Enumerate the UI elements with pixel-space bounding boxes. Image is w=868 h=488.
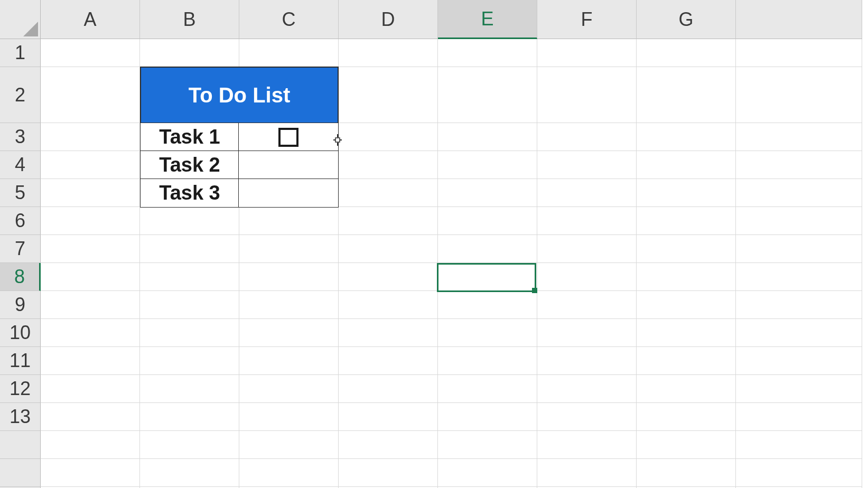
cell[interactable]	[438, 123, 537, 151]
cell[interactable]	[438, 291, 537, 319]
cell[interactable]	[537, 375, 637, 403]
cell[interactable]	[736, 291, 862, 319]
cell[interactable]	[140, 375, 239, 403]
cell[interactable]	[637, 403, 736, 431]
cell[interactable]	[637, 179, 736, 207]
cell[interactable]	[41, 347, 140, 375]
cell[interactable]	[537, 39, 637, 67]
cell[interactable]	[140, 39, 239, 67]
cell[interactable]	[239, 235, 339, 263]
cell[interactable]	[537, 235, 637, 263]
cell[interactable]	[637, 459, 736, 487]
cell[interactable]	[537, 67, 637, 123]
cell[interactable]	[41, 67, 140, 123]
cell[interactable]	[140, 263, 239, 291]
cell[interactable]	[438, 431, 537, 459]
row-header-11[interactable]: 11	[0, 347, 41, 375]
cell[interactable]	[438, 459, 537, 487]
row-header-14[interactable]	[0, 459, 41, 487]
cell[interactable]	[736, 235, 862, 263]
cell[interactable]	[239, 347, 339, 375]
column-header-A[interactable]: A	[41, 0, 140, 39]
cell[interactable]	[438, 207, 537, 235]
cell[interactable]	[140, 235, 239, 263]
cell[interactable]	[736, 375, 862, 403]
checkbox-cell-2[interactable]	[238, 151, 339, 180]
row-header-9[interactable]: 9	[0, 291, 41, 319]
row-header-7[interactable]: 7	[0, 235, 41, 263]
cell[interactable]	[339, 375, 438, 403]
cell[interactable]	[41, 151, 140, 179]
cell[interactable]	[438, 235, 537, 263]
cell[interactable]	[537, 431, 637, 459]
cell[interactable]	[140, 347, 239, 375]
cell[interactable]	[537, 207, 637, 235]
cell[interactable]	[239, 207, 339, 235]
cell[interactable]	[239, 291, 339, 319]
cell[interactable]	[339, 207, 438, 235]
cell[interactable]	[736, 123, 862, 151]
cell[interactable]	[140, 319, 239, 347]
row-header-1[interactable]: 1	[0, 39, 41, 67]
column-header-C[interactable]: C	[239, 0, 339, 39]
cell[interactable]	[637, 431, 736, 459]
cell[interactable]	[637, 263, 736, 291]
cell[interactable]	[537, 403, 637, 431]
cell[interactable]	[637, 67, 736, 123]
cell[interactable]	[140, 207, 239, 235]
task-cell-3[interactable]: Task 3	[140, 179, 239, 208]
cell[interactable]	[41, 235, 140, 263]
row-header-13[interactable]: 13	[0, 403, 41, 431]
column-header-F[interactable]: F	[537, 0, 637, 39]
cell[interactable]	[736, 207, 862, 235]
cell[interactable]	[736, 151, 862, 179]
cell[interactable]	[438, 179, 537, 207]
cell[interactable]	[438, 347, 537, 375]
cell[interactable]	[239, 319, 339, 347]
checkbox-cell-3[interactable]	[238, 179, 339, 208]
cell[interactable]	[339, 459, 438, 487]
cell[interactable]	[736, 431, 862, 459]
cell[interactable]	[736, 263, 862, 291]
cell[interactable]	[537, 319, 637, 347]
cell[interactable]	[438, 319, 537, 347]
cell[interactable]	[438, 403, 537, 431]
cell[interactable]	[637, 123, 736, 151]
checkbox-icon[interactable]	[278, 128, 298, 147]
cell[interactable]	[41, 207, 140, 235]
cell[interactable]	[339, 347, 438, 375]
checkbox-cell-1[interactable]	[238, 123, 339, 152]
cell[interactable]	[41, 123, 140, 151]
cell[interactable]	[736, 347, 862, 375]
cell[interactable]	[140, 459, 239, 487]
cell[interactable]	[438, 39, 537, 67]
cell[interactable]	[438, 67, 537, 123]
todo-list-header[interactable]: To Do List	[140, 67, 339, 124]
cell[interactable]	[637, 347, 736, 375]
cell[interactable]	[41, 459, 140, 487]
cell[interactable]	[239, 403, 339, 431]
cell[interactable]	[736, 39, 862, 67]
cell[interactable]	[41, 263, 140, 291]
cell[interactable]	[41, 291, 140, 319]
cell[interactable]	[41, 319, 140, 347]
cell[interactable]	[41, 375, 140, 403]
cell[interactable]	[637, 235, 736, 263]
row-header-2[interactable]: 2	[0, 67, 41, 123]
row-header-13[interactable]	[0, 431, 41, 459]
cell[interactable]	[339, 151, 438, 179]
cell[interactable]	[537, 151, 637, 179]
task-cell-2[interactable]: Task 2	[140, 151, 239, 180]
cell[interactable]	[339, 319, 438, 347]
cell[interactable]	[637, 291, 736, 319]
cell[interactable]	[239, 431, 339, 459]
cell[interactable]	[637, 319, 736, 347]
cell[interactable]	[239, 263, 339, 291]
column-header-7[interactable]	[736, 0, 862, 39]
cell[interactable]	[637, 375, 736, 403]
cell[interactable]	[736, 319, 862, 347]
cell[interactable]	[736, 459, 862, 487]
cell[interactable]	[537, 459, 637, 487]
cell[interactable]	[339, 67, 438, 123]
cell[interactable]	[339, 39, 438, 67]
